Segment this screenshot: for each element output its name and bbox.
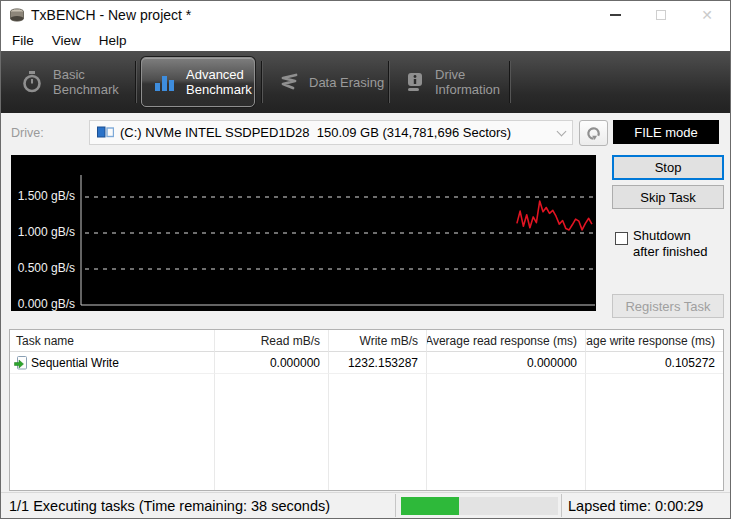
window-title: TxBENCH - New project * — [31, 7, 191, 23]
status-bar: 1/1 Executing tasks (Time remaining: 38 … — [1, 492, 730, 518]
ytick-label: 0.000 gB/s — [11, 297, 75, 311]
ytick-label: 1.500 gB/s — [11, 189, 75, 203]
col-header-write[interactable]: Write mB/s — [329, 330, 427, 352]
tab-data-erasing[interactable]: Data Erasing — [267, 58, 385, 106]
drive-icon — [97, 126, 114, 139]
close-button[interactable]: ✕ — [684, 1, 730, 29]
title-bar: TxBENCH - New project * ✕ — [1, 1, 730, 29]
progress-bar — [401, 497, 558, 515]
tab-label: DriveInformation — [435, 67, 500, 97]
statusbar-separator — [561, 494, 562, 517]
drive-info-icon — [405, 72, 425, 92]
tab-drive-information[interactable]: DriveInformation — [393, 58, 507, 106]
maximize-button[interactable] — [638, 1, 684, 29]
col-header-task-name[interactable]: Task name — [10, 330, 215, 352]
shutdown-checkbox[interactable] — [615, 232, 628, 245]
throughput-line — [517, 201, 592, 230]
menu-help[interactable]: Help — [90, 31, 136, 50]
toolbar-separator — [135, 61, 137, 103]
menu-file[interactable]: File — [3, 31, 43, 50]
tab-advanced-benchmark[interactable]: AdvancedBenchmark — [141, 57, 255, 107]
minimize-button[interactable] — [592, 1, 638, 29]
task-write-icon — [14, 356, 27, 370]
toolbar-separator — [261, 61, 263, 103]
shutdown-checkbox-label[interactable]: Shutdownafter finished — [633, 228, 707, 260]
ytick-label: 1.000 gB/s — [11, 225, 75, 239]
table-row-read-cell: 0.000000 — [215, 352, 329, 374]
menu-view[interactable]: View — [43, 31, 90, 50]
drive-label: Drive: — [11, 126, 44, 140]
toolbar: BasicBenchmark AdvancedBenchmark Data Er… — [1, 51, 730, 113]
table-row-avg-read-cell: 0.000000 — [427, 352, 586, 374]
tab-label: Data Erasing — [309, 75, 384, 90]
col-header-avg-read[interactable]: Average read response (ms) — [427, 330, 586, 352]
statusbar-separator — [395, 494, 396, 517]
table-empty-area — [10, 374, 215, 490]
chevron-down-icon — [557, 126, 567, 136]
task-table: Task name Read mB/s Write mB/s Average r… — [9, 329, 724, 491]
window-controls: ✕ — [592, 1, 730, 29]
table-row-task-cell[interactable]: Sequential Write — [10, 352, 215, 374]
toolbar-separator — [388, 61, 390, 103]
stopwatch-icon — [21, 70, 43, 94]
refresh-icon — [585, 125, 602, 142]
registers-task-button[interactable]: Registers Task — [612, 294, 724, 318]
status-lapsed-time: Lapsed time: 0:00:29 — [568, 493, 703, 519]
skip-task-button[interactable]: Skip Task — [612, 185, 724, 209]
drive-select[interactable]: (C:) NVMe INTEL SSDPED1D28 150.09 GB (31… — [89, 120, 573, 145]
status-executing-text: 1/1 Executing tasks (Time remaining: 38 … — [9, 493, 330, 519]
progress-fill — [401, 497, 459, 515]
table-row-avg-write-cell: 0.105272 — [586, 352, 723, 374]
app-icon — [9, 8, 25, 23]
file-mode-indicator[interactable]: FILE mode — [613, 120, 719, 144]
menu-bar: File View Help — [1, 29, 730, 51]
stop-button[interactable]: Stop — [612, 155, 724, 180]
col-header-read[interactable]: Read mB/s — [215, 330, 329, 352]
txbench-window: TxBENCH - New project * ✕ File View Help… — [0, 0, 731, 519]
tab-label: BasicBenchmark — [53, 67, 119, 97]
drive-selected-value: (C:) NVMe INTEL SSDPED1D28 150.09 GB (31… — [120, 125, 558, 140]
throughput-chart: 1.500 gB/s 1.000 gB/s 0.500 gB/s 0.000 g… — [11, 155, 596, 311]
toolbar-separator — [509, 61, 511, 103]
erase-scribble-icon — [279, 73, 299, 91]
bar-chart-icon — [154, 72, 176, 92]
col-header-avg-write[interactable]: Average write response (ms) — [586, 330, 723, 352]
ytick-label: 0.500 gB/s — [11, 261, 75, 275]
refresh-drives-button[interactable] — [579, 120, 608, 146]
tab-label: AdvancedBenchmark — [186, 67, 252, 97]
table-row-write-cell: 1232.153287 — [329, 352, 427, 374]
tab-basic-benchmark[interactable]: BasicBenchmark — [9, 58, 133, 106]
